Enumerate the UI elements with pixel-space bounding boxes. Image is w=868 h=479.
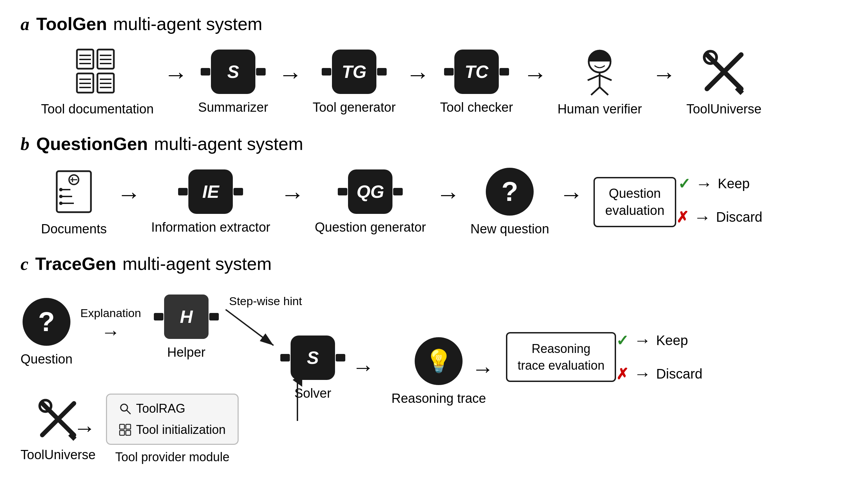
svg-rect-28	[57, 171, 91, 212]
main-container: a ToolGen multi-agent system	[0, 0, 868, 479]
section-c-letter: c	[21, 254, 28, 274]
flow-label-question-gen: Question generator	[315, 220, 426, 235]
tool-checker-icon-wrapper: TC	[444, 50, 509, 94]
section-b-title: QuestionGen	[36, 134, 148, 154]
tool-generator-icon: TG	[332, 50, 376, 94]
flow-item-tooluni-a: ToolUniverse	[686, 48, 762, 117]
solver-icon: S	[291, 336, 335, 380]
svg-line-39	[226, 310, 273, 345]
new-question-icon: ?	[486, 168, 534, 216]
explanation-arrow-group: Explanation →	[80, 306, 141, 343]
tool-generator-icon-wrapper: TG	[322, 50, 387, 94]
cross-icon-b: ✗	[676, 208, 689, 226]
flow-label-human-verifier: Human verifier	[558, 102, 642, 117]
flow-item-tool-doc: Tool documentation	[41, 48, 154, 117]
flow-item-helper: H Helper	[154, 295, 219, 360]
keep-label-b: Keep	[718, 176, 750, 191]
human-verifier-icon	[577, 48, 622, 96]
ear-right-s	[336, 354, 345, 361]
arrow-reasoning-eval: →	[472, 356, 494, 382]
discard-label-c: Discard	[656, 366, 703, 382]
search-icon	[119, 402, 131, 415]
arrow-3: →	[406, 63, 430, 86]
solver-icon-wrapper: S	[280, 336, 345, 380]
arrow-solver-reasoning: →	[352, 354, 374, 380]
ear-left-s	[280, 354, 290, 361]
keep-row-b: ✓ → Keep	[676, 174, 763, 194]
ear-left-tc	[444, 68, 454, 76]
arrow-4: →	[523, 63, 547, 86]
section-b: b QuestionGen multi-agent system	[21, 134, 847, 236]
keep-discard-c: ✓ → Keep ✗ → Discard	[616, 330, 703, 384]
arrow-5: →	[652, 63, 676, 86]
stepwise-label: Step-wise hint	[229, 295, 302, 308]
flow-label-new-question: New question	[470, 222, 549, 236]
arrow-b-1: →	[117, 182, 141, 206]
explanation-label: Explanation	[80, 306, 141, 320]
flow-item-question-c: ? Question	[21, 298, 72, 367]
flow-item-summarizer: S Summarizer	[198, 50, 268, 115]
tool-provider-box: ToolRAG Tool initialization To	[106, 394, 239, 464]
section-c-content: ? Question Explanation → H Helper Step-w…	[21, 288, 847, 459]
discard-row-b: ✗ → Discard	[676, 207, 763, 227]
upward-arrow-svg	[287, 377, 308, 424]
flow-label-info-extractor: Information extractor	[151, 220, 270, 235]
check-icon-c: ✓	[616, 332, 629, 349]
tool-init-row: Tool initialization	[119, 423, 226, 437]
question-eval-box: Question evaluation	[593, 177, 676, 227]
arrow-keep-b: →	[696, 174, 713, 194]
discard-label-b: Discard	[716, 209, 763, 225]
section-c-header: c TraceGen multi-agent system	[21, 254, 847, 274]
arrow-2: →	[278, 63, 302, 86]
section-b-letter: b	[21, 134, 29, 154]
svg-line-20	[591, 87, 600, 95]
flow-label-tool-checker: Tool checker	[440, 100, 513, 115]
keep-label-c: Keep	[656, 333, 688, 348]
section-c-title: TraceGen	[35, 254, 116, 274]
section-b-subtitle: multi-agent system	[154, 134, 303, 154]
explanation-arrow: →	[101, 321, 120, 343]
ear-right-tc	[499, 68, 509, 76]
svg-rect-46	[120, 424, 124, 429]
ear-left-h	[154, 313, 163, 320]
section-c: c TraceGen multi-agent system ? Question…	[21, 254, 847, 459]
tool-doc-icon	[75, 48, 120, 96]
svg-line-45	[127, 410, 130, 414]
arrow-b-3: →	[436, 182, 460, 206]
flow-item-new-question: ? New question	[470, 168, 549, 236]
ear-right-h	[209, 313, 219, 320]
svg-point-37	[59, 202, 63, 205]
check-icon-b: ✓	[678, 175, 691, 192]
section-c-subtitle: multi-agent system	[122, 254, 271, 274]
ear-right-ie	[233, 188, 243, 195]
flow-label-tool-generator: Tool generator	[312, 100, 396, 115]
helper-icon: H	[164, 295, 209, 339]
tool-provider-inner: ToolRAG Tool initialization	[106, 394, 239, 445]
flow-item-reasoning-eval: Reasoning trace evaluation ✓ → Keep ✗ → …	[506, 330, 703, 384]
flow-label-tooluni-c: ToolUniverse	[21, 448, 96, 462]
tooluni-a-icon	[700, 48, 748, 96]
reasoning-trace-icon: 💡	[415, 337, 463, 385]
flow-item-question-eval: Question evaluation ✓ → Keep ✗ → Discard	[593, 177, 762, 227]
flow-label-summarizer: Summarizer	[198, 100, 268, 115]
flow-item-documents: Documents	[41, 168, 107, 236]
svg-point-33	[59, 188, 63, 191]
documents-icon	[53, 168, 94, 216]
svg-point-35	[59, 195, 63, 198]
flow-item-info-extractor: IE Information extractor	[151, 169, 270, 235]
section-a-header: a ToolGen multi-agent system	[21, 14, 847, 34]
flow-label-helper: Helper	[167, 345, 205, 360]
arrow-discard-b: →	[694, 207, 711, 227]
flow-item-tool-generator: TG Tool generator	[312, 50, 396, 115]
flow-label-reasoning-trace: Reasoning trace	[391, 391, 486, 406]
svg-line-19	[600, 75, 612, 80]
svg-rect-49	[126, 430, 131, 435]
arrow-b-2: →	[281, 182, 305, 206]
grid-icon	[119, 424, 131, 436]
discard-row-c: ✗ → Discard	[616, 364, 703, 384]
question-eval-label: Question evaluation	[605, 186, 664, 217]
ear-right-tg	[377, 68, 387, 76]
ear-right	[256, 68, 266, 76]
flow-item-tool-checker: TC Tool checker	[440, 50, 513, 115]
keep-discard-section-b: ✓ → Keep ✗ → Discard	[676, 174, 763, 227]
